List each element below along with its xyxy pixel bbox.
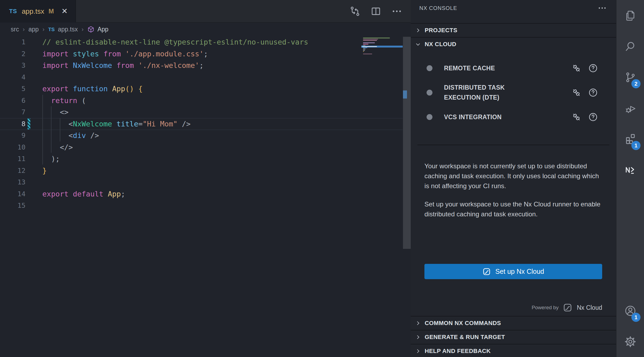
code-line[interactable]: 12} (0, 165, 411, 177)
run-debug-icon[interactable] (616, 93, 644, 123)
section-label: GENERATE & RUN TARGET (425, 334, 505, 341)
line-number[interactable]: 15 (0, 202, 25, 209)
code-line[interactable]: 4 (0, 71, 411, 83)
chevron-right-icon (415, 348, 421, 354)
section-generate-run-target[interactable]: GENERATE & RUN TARGET (411, 330, 616, 344)
code-line[interactable]: 1// eslint-disable-next-line @typescript… (0, 36, 411, 48)
nx-console-icon[interactable] (616, 154, 644, 185)
open-changes-icon[interactable] (349, 5, 361, 17)
section-nx-cloud[interactable]: NX CLOUD (411, 37, 616, 51)
code-line[interactable]: 3import NxWelcome from './nx-welcome'; (0, 60, 411, 71)
breadcrumb-app[interactable]: app (28, 26, 39, 33)
panel-title: NX CONSOLE (419, 5, 457, 11)
chevron-right-icon (415, 320, 421, 326)
line-number[interactable]: 3 (0, 61, 25, 69)
search-icon[interactable] (616, 31, 644, 62)
code-line[interactable]: 13 (0, 176, 411, 188)
tab-close-icon[interactable]: ✕ (61, 8, 68, 15)
chevron-down-icon (415, 41, 421, 47)
code-line[interactable]: 14export default App; (0, 188, 411, 200)
minimap-line (361, 54, 403, 56)
code-text: export default App; (42, 190, 125, 198)
connect-plug-icon[interactable] (571, 87, 582, 98)
gutter (25, 71, 42, 83)
line-number[interactable]: 7 (0, 108, 25, 116)
help-question-icon[interactable] (588, 87, 598, 98)
section-label: PROJECTS (425, 27, 457, 34)
breadcrumb-symbol-app[interactable]: App (97, 26, 108, 33)
section-help-and-feedback[interactable]: HELP AND FEEDBACK (411, 344, 616, 357)
code-line[interactable]: 5export function App() { (0, 83, 411, 95)
gutter (25, 141, 42, 153)
connect-plug-icon[interactable] (571, 112, 582, 122)
gutter (25, 60, 42, 71)
code-line[interactable]: 9 <div /> (0, 130, 411, 141)
description-paragraph: Set up your workspace to use the Nx Clou… (424, 199, 604, 219)
connect-plug-icon[interactable] (571, 63, 582, 74)
gutter (25, 188, 42, 200)
code-line[interactable]: 2import styles from './app.module.css'; (0, 48, 411, 60)
code-text: // eslint-disable-next-line @typescript-… (42, 38, 308, 46)
source-control-icon[interactable]: 2 (616, 62, 644, 93)
source-control-badge: 2 (631, 79, 641, 88)
panel-more-actions-icon[interactable] (596, 4, 608, 12)
line-number[interactable]: 6 (0, 97, 25, 104)
code-text: import styles from './app.module.css'; (42, 50, 208, 58)
gutter (25, 106, 42, 118)
setup-nx-cloud-button[interactable]: Set up Nx Cloud (424, 264, 602, 279)
line-number[interactable]: 10 (0, 143, 25, 151)
nx-cloud-item-dte[interactable]: DISTRIBUTED TASK EXECUTION (DTE) (417, 78, 609, 107)
line-number[interactable]: 9 (0, 132, 25, 139)
line-number[interactable]: 13 (0, 178, 25, 186)
breadcrumb-separator: › (82, 26, 83, 33)
code-line[interactable]: 15 (0, 200, 411, 212)
gutter (25, 83, 42, 95)
code-text: import NxWelcome from './nx-welcome'; (42, 61, 204, 70)
code-line[interactable]: 8 <NxWelcome title="Hi Mom" /> (0, 118, 411, 130)
line-number[interactable]: 2 (0, 50, 25, 58)
modified-line-gutter-marker (28, 118, 30, 130)
section-projects[interactable]: PROJECTS (411, 23, 616, 37)
code-editor[interactable]: 1// eslint-disable-next-line @typescript… (0, 36, 411, 212)
line-number[interactable]: 1 (0, 38, 25, 46)
line-number[interactable]: 8 (0, 120, 25, 128)
code-text: </> (42, 143, 73, 151)
line-number[interactable]: 11 (0, 155, 25, 163)
section-common-nx-commands[interactable]: COMMON NX COMMANDS (411, 316, 616, 330)
settings-gear-icon[interactable] (616, 326, 644, 357)
code-line[interactable]: 11 ); (0, 153, 411, 165)
powered-by: Powered by Nx Cloud (532, 300, 602, 315)
breadcrumb-src[interactable]: src (11, 26, 19, 33)
extensions-badge: 1 (631, 141, 641, 150)
nx-cloud-item-vcs-integration[interactable]: VCS INTEGRATION (417, 108, 609, 126)
line-number[interactable]: 5 (0, 85, 25, 93)
status-dot-icon (427, 90, 432, 96)
extensions-icon[interactable]: 1 (616, 123, 644, 154)
breadcrumb-separator: › (42, 26, 44, 33)
explorer-icon[interactable] (616, 0, 644, 31)
description-paragraph: Your workspace is not currently set up t… (424, 161, 604, 191)
breadcrumb-file[interactable]: app.tsx (58, 26, 78, 33)
code-line[interactable]: 7 <> (0, 106, 411, 118)
editor-region: TS app.tsx M ✕ (0, 0, 411, 357)
line-number[interactable]: 14 (0, 190, 25, 198)
code-line[interactable]: 10 </> (0, 141, 411, 153)
editor-actions (349, 0, 403, 23)
help-question-icon[interactable] (588, 112, 598, 122)
code-text: ); (42, 155, 60, 163)
minimap[interactable] (361, 37, 403, 56)
more-actions-icon[interactable] (391, 5, 403, 17)
accounts-icon[interactable]: 1 (616, 295, 644, 326)
nx-cloud-item-remote-cache[interactable]: REMOTE CACHE (417, 60, 609, 77)
item-label: DISTRIBUTED TASK EXECUTION (DTE) (444, 83, 527, 103)
chevron-right-icon (415, 27, 421, 33)
code-text: } (42, 166, 47, 175)
powered-by-brand[interactable]: Nx Cloud (577, 304, 602, 311)
activity-bar: 2 1 1 (616, 0, 644, 357)
line-number[interactable]: 4 (0, 73, 25, 81)
line-number[interactable]: 12 (0, 167, 25, 174)
help-question-icon[interactable] (588, 63, 598, 74)
tab-app-tsx[interactable]: TS app.tsx M ✕ (0, 0, 76, 23)
code-line[interactable]: 6 return ( (0, 95, 411, 107)
split-editor-icon[interactable] (370, 5, 382, 17)
